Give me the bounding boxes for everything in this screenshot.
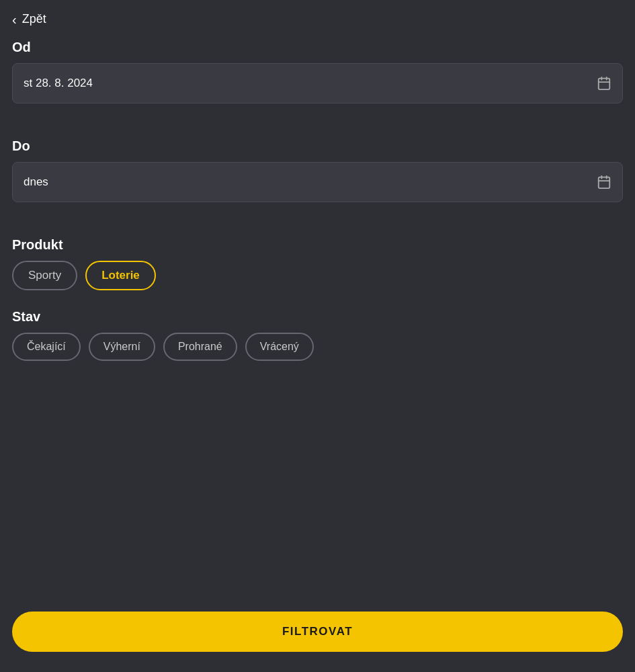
svg-rect-4 <box>599 177 610 189</box>
svg-rect-0 <box>599 79 610 90</box>
pill-loterie[interactable]: Loterie <box>85 261 156 290</box>
filter-button[interactable]: FILTROVAT <box>12 612 623 652</box>
pill-sporty[interactable]: Sporty <box>12 261 77 290</box>
calendar-icon-to <box>597 175 611 190</box>
to-label: Do <box>12 138 623 154</box>
to-section: Do dnes <box>12 138 623 218</box>
stav-label: Stav <box>12 309 623 325</box>
from-date-field[interactable]: st 28. 8. 2024 <box>12 63 623 103</box>
page-container: ‹ Zpět Od st 28. 8. 2024 Do dnes <box>0 0 635 672</box>
back-chevron-icon: ‹ <box>12 13 17 26</box>
product-section: Produkt Sporty Loterie <box>12 237 623 290</box>
product-label: Produkt <box>12 237 623 253</box>
stav-section: Stav Čekající Výherní Prohrané Vrácený <box>12 309 623 361</box>
pill-prohrane[interactable]: Prohrané <box>163 333 237 361</box>
pill-vyherni[interactable]: Výherní <box>89 333 155 361</box>
bottom-action: FILTROVAT <box>12 612 623 652</box>
header: ‹ Zpět <box>12 0 623 40</box>
from-label: Od <box>12 40 623 55</box>
pill-cekajici[interactable]: Čekající <box>12 333 81 361</box>
back-button[interactable]: ‹ Zpět <box>12 12 46 26</box>
from-date-value: st 28. 8. 2024 <box>24 77 93 90</box>
to-date-value: dnes <box>24 175 48 189</box>
to-date-field[interactable]: dnes <box>12 162 623 202</box>
pill-vraceny[interactable]: Vrácený <box>245 333 314 361</box>
product-pills-row: Sporty Loterie <box>12 261 623 290</box>
from-section: Od st 28. 8. 2024 <box>12 40 623 120</box>
calendar-icon-from <box>597 76 611 91</box>
stav-pills-row: Čekající Výherní Prohrané Vrácený <box>12 333 623 361</box>
back-label: Zpět <box>22 12 46 26</box>
